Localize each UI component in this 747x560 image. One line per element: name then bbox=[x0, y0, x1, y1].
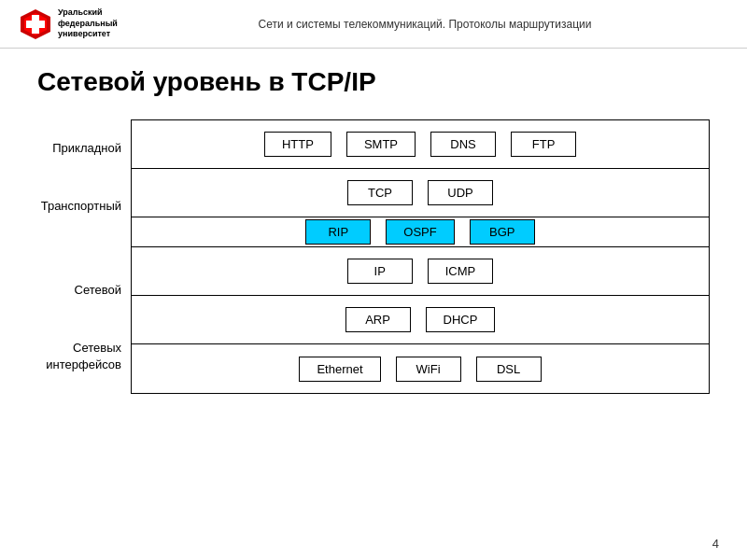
protocol-http: HTTP bbox=[264, 132, 331, 157]
routing-layer-row: RIP OSPF BGP bbox=[132, 217, 709, 247]
header-title: Сети и системы телекоммуникаций. Протоко… bbox=[121, 18, 728, 31]
protocol-ip: IP bbox=[347, 259, 413, 284]
protocol-dhcp: DHCP bbox=[426, 307, 496, 332]
protocol-udp: UDP bbox=[428, 180, 493, 205]
protocol-rip: RIP bbox=[305, 219, 371, 245]
page-number: 4 bbox=[712, 537, 719, 551]
protocol-tcp: TCP bbox=[347, 180, 413, 205]
protocol-smtp: SMTP bbox=[346, 132, 416, 157]
network-bottom-row: ARP DHCP bbox=[132, 296, 709, 344]
protocol-ftp: FTP bbox=[511, 132, 576, 157]
protocol-arp: ARP bbox=[345, 307, 411, 332]
header: Уральский федеральный университет Сети и… bbox=[0, 0, 747, 49]
logo-area: Уральский федеральный университет bbox=[19, 7, 121, 41]
labels-column: Прикладной Транспортный Сетевой Сетевых … bbox=[37, 119, 131, 394]
transport-layer-row: TCP UDP bbox=[132, 169, 709, 217]
label-network: Сетевой bbox=[37, 282, 121, 299]
network-top-row: IP ICMP bbox=[132, 247, 709, 296]
protocol-wifi: WiFi bbox=[396, 357, 461, 382]
protocol-icmp: ICMP bbox=[428, 259, 494, 284]
interface-layer-row: Ethernet WiFi DSL bbox=[132, 344, 709, 393]
logo-text: Уральский федеральный университет bbox=[58, 7, 118, 40]
diagram-wrapper: Прикладной Транспортный Сетевой Сетевых … bbox=[37, 119, 710, 394]
protocol-ethernet: Ethernet bbox=[299, 357, 380, 382]
page-title: Сетевой уровень в TCP/IP bbox=[37, 67, 710, 97]
label-application: Прикладной bbox=[37, 140, 121, 157]
protocol-bgp: BGP bbox=[470, 219, 535, 245]
protocol-ospf: OSPF bbox=[386, 219, 454, 245]
diagram-box: HTTP SMTP DNS FTP TCP UDP RIP OSPF BGP bbox=[131, 119, 710, 394]
protocol-dsl: DSL bbox=[476, 357, 542, 382]
label-transport: Транспортный bbox=[37, 198, 121, 215]
svg-rect-3 bbox=[26, 21, 45, 28]
label-interface: Сетевых интерфейсов bbox=[37, 340, 121, 373]
application-layer-row: HTTP SMTP DNS FTP bbox=[132, 120, 709, 169]
main-content: Сетевой уровень в TCP/IP Прикладной Тран… bbox=[0, 49, 747, 413]
university-logo-icon bbox=[19, 7, 52, 41]
protocol-dns: DNS bbox=[430, 132, 496, 157]
routing-bar: RIP OSPF BGP bbox=[132, 217, 709, 246]
